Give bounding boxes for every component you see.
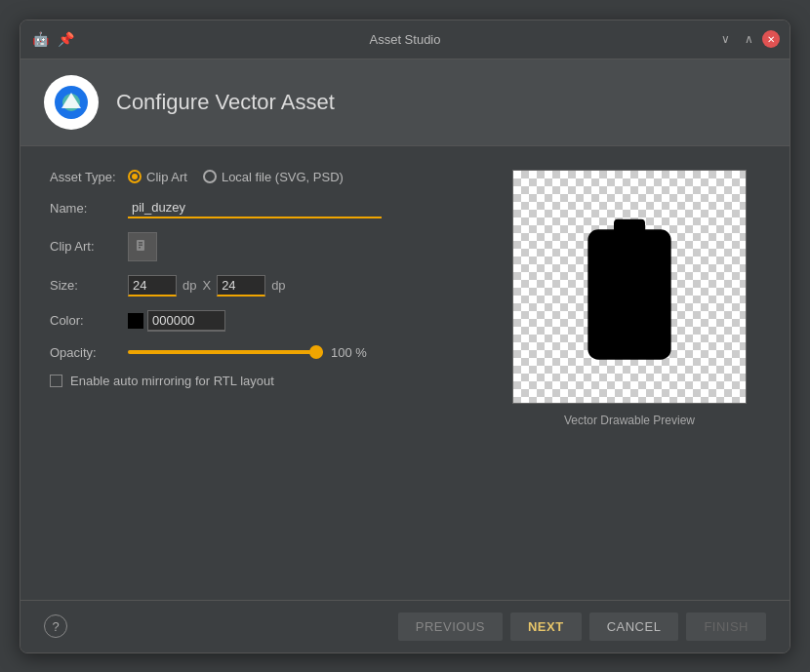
opacity-slider[interactable] — [128, 350, 323, 354]
clip-art-radio[interactable] — [128, 170, 142, 183]
size-label: Size: — [50, 278, 128, 293]
color-row: Color: — [50, 310, 479, 332]
rtl-checkbox[interactable] — [50, 375, 62, 387]
color-control — [128, 310, 479, 332]
main-window: 🤖 📌 Asset Studio ∨ ∧ ✕ Configure Vector … — [20, 20, 790, 653]
preview-canvas — [512, 170, 747, 404]
help-button[interactable]: ? — [44, 614, 67, 638]
color-input[interactable] — [147, 310, 225, 332]
asset-type-control: Clip Art Local file (SVG, PSD) — [128, 170, 479, 184]
name-label: Name: — [50, 201, 128, 216]
opacity-label: Opacity: — [50, 345, 128, 360]
clip-art-icon-btn[interactable] — [128, 232, 157, 261]
color-label: Color: — [50, 313, 128, 328]
size-separator: X — [202, 278, 211, 293]
size-height-input[interactable] — [217, 275, 265, 296]
opacity-row: Opacity: 100 % — [50, 345, 479, 360]
size-control: dp X dp — [128, 275, 479, 296]
form-section: Asset Type: Clip Art Local file (SVG, PS… — [50, 170, 479, 576]
checkbox-row: Enable auto mirroring for RTL layout — [50, 374, 479, 388]
name-input[interactable] — [128, 198, 382, 218]
close-button[interactable]: ✕ — [762, 30, 780, 48]
cancel-button[interactable]: CANCEL — [589, 613, 679, 641]
preview-label: Vector Drawable Preview — [564, 414, 695, 427]
svg-rect-5 — [139, 244, 142, 246]
dialog-header: Configure Vector Asset — [20, 59, 790, 146]
local-file-radio[interactable] — [203, 170, 217, 183]
rtl-label: Enable auto mirroring for RTL layout — [70, 374, 274, 388]
dialog-content: Asset Type: Clip Art Local file (SVG, PS… — [20, 146, 790, 600]
studio-icon — [44, 75, 99, 130]
android-icon: 🤖 — [30, 29, 50, 49]
size-width-input[interactable] — [128, 275, 177, 296]
title-bar: 🤖 📌 Asset Studio ∨ ∧ ✕ — [20, 20, 790, 59]
previous-button[interactable]: PREVIOUS — [398, 613, 503, 641]
asset-type-row: Asset Type: Clip Art Local file (SVG, PS… — [50, 170, 479, 184]
svg-rect-6 — [139, 247, 141, 249]
title-bar-controls: ∨ ∧ ✕ — [715, 29, 780, 49]
clip-art-row-label: Clip Art: — [50, 239, 128, 254]
size-unit-1: dp — [182, 278, 196, 293]
clip-art-label: Clip Art — [146, 170, 187, 184]
minimize-button[interactable]: ∨ — [715, 29, 735, 49]
name-row: Name: — [50, 198, 479, 218]
window-title: Asset Studio — [370, 32, 441, 47]
size-unit-2: dp — [271, 278, 285, 293]
preview-section: Vector Drawable Preview — [499, 170, 760, 576]
clip-art-option[interactable]: Clip Art — [128, 170, 187, 184]
opacity-value: 100 % — [331, 345, 367, 360]
color-swatch — [128, 313, 143, 329]
battery-svg — [571, 209, 688, 365]
finish-button[interactable]: FINISH — [686, 613, 766, 641]
local-file-label: Local file (SVG, PSD) — [222, 170, 344, 184]
maximize-button[interactable]: ∧ — [739, 29, 758, 49]
asset-type-label: Asset Type: — [50, 170, 128, 184]
footer-buttons: PREVIOUS NEXT CANCEL FINISH — [398, 613, 766, 641]
dialog-footer: ? PREVIOUS NEXT CANCEL FINISH — [20, 600, 790, 652]
svg-rect-7 — [587, 229, 670, 359]
next-button[interactable]: NEXT — [510, 613, 582, 641]
dialog-title: Configure Vector Asset — [116, 90, 335, 115]
svg-rect-4 — [139, 242, 142, 244]
svg-rect-8 — [614, 218, 645, 234]
opacity-control: 100 % — [128, 345, 479, 360]
local-file-option[interactable]: Local file (SVG, PSD) — [203, 170, 344, 184]
clip-art-btn-control — [128, 232, 479, 261]
title-bar-icons: 🤖 📌 — [30, 29, 75, 49]
size-row: Size: dp X dp — [50, 275, 479, 296]
clip-art-row: Clip Art: — [50, 232, 479, 261]
help-icon: ? — [52, 619, 59, 634]
name-control — [128, 198, 479, 218]
pin-icon: 📌 — [56, 29, 75, 49]
